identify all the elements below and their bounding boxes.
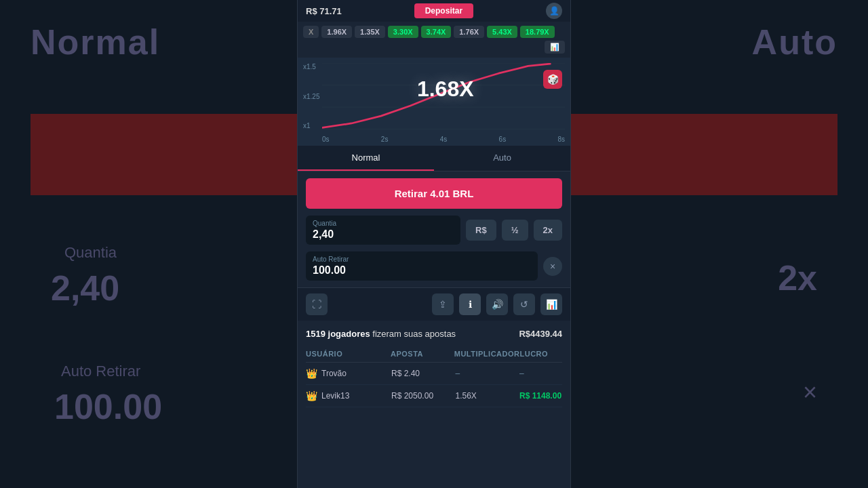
x-label-2: 2s xyxy=(381,136,389,143)
quantia-row: Quantia 2,40 R$ ½ 2x xyxy=(306,216,562,245)
stats-icon[interactable]: 📊 xyxy=(540,293,562,315)
main-panel: R$ 71.71 Depositar 👤 X 1.96X 1.35X 3.30X… xyxy=(297,0,571,488)
x-label-0: 0s xyxy=(322,136,330,143)
bg-normal-text: Normal xyxy=(31,22,160,62)
x-label-4: 4s xyxy=(440,136,448,143)
rocket-icon: 🎲 xyxy=(543,70,562,89)
auto-retirar-label: Auto Retirar xyxy=(313,256,531,263)
quantia-input-group[interactable]: Quantia 2,40 xyxy=(306,216,460,245)
quantia-value: 2,40 xyxy=(313,228,454,241)
user-cell-trovao: 👑 Trovão xyxy=(306,368,391,379)
mult-tag-4[interactable]: 1.76X xyxy=(454,26,484,38)
tab-normal[interactable]: Normal xyxy=(298,146,434,171)
chart-toggle-icon[interactable]: 📊 xyxy=(545,41,565,54)
mult-trovao: – xyxy=(456,369,520,378)
mult-tag-0[interactable]: 1.96X xyxy=(321,26,352,38)
mult-levik: 1.56X xyxy=(456,391,520,401)
toolbar: ⛶ ⇪ ℹ 🔊 ↺ 📊 xyxy=(298,287,570,321)
crown-icon: 👑 xyxy=(306,368,317,379)
header-aposta: APOSTA xyxy=(391,350,454,358)
x-label-6: 6s xyxy=(499,136,507,143)
header-lucro: LUCRO xyxy=(519,350,562,358)
bet-trovao: R$ 2.40 xyxy=(391,369,456,378)
players-header: 1519 jogadores fizeram suas apostas R$44… xyxy=(306,329,562,339)
bg-auto-label: Auto Retirar xyxy=(61,363,140,380)
auto-retirar-input-group[interactable]: Auto Retirar 100.00 xyxy=(306,251,538,281)
toolbar-center: ⇪ ℹ 🔊 ↺ 📊 xyxy=(432,293,562,315)
double-button[interactable]: 2x xyxy=(534,220,562,241)
current-multiplier: 1.68X xyxy=(417,77,474,102)
header-usuario: USUÁRIO xyxy=(306,350,391,358)
bg-auto-value: 100.00 xyxy=(54,386,162,427)
players-count-number: 1519 jogadores xyxy=(306,329,370,339)
table-row: 👑 Levik13 R$ 2050.00 1.56X R$ 1148.00 xyxy=(306,385,562,407)
y-label-1: x1.5 xyxy=(303,63,319,70)
tab-auto[interactable]: Auto xyxy=(434,146,570,171)
header-multiplicador: MULTIPLICADOR xyxy=(454,350,520,358)
mult-tag-2[interactable]: 3.30X xyxy=(388,26,418,38)
players-total: R$4439.44 xyxy=(519,329,562,339)
mult-tag-3[interactable]: 3.74X xyxy=(421,26,452,38)
multiplier-bar: X 1.96X 1.35X 3.30X 3.74X 1.76X 5.43X 18… xyxy=(298,22,570,58)
y-label-3: x1 xyxy=(303,122,319,129)
y-label-2: x1.25 xyxy=(303,93,319,100)
players-count-suffix: fizeram suas apostas xyxy=(372,329,456,339)
half-button[interactable]: ½ xyxy=(502,220,528,241)
bg-quantia-value: 2,40 xyxy=(51,268,119,308)
avatar: 👤 xyxy=(546,3,562,19)
mult-tag-6[interactable]: 18.79X xyxy=(520,26,555,38)
mult-tag-x[interactable]: X xyxy=(303,26,319,38)
info-icon[interactable]: ℹ xyxy=(459,293,481,315)
user-name-levik: Levik13 xyxy=(321,391,349,401)
quantia-label: Quantia xyxy=(313,220,454,227)
user-cell-levik: 👑 Levik13 xyxy=(306,390,391,401)
bg-quantia-label: Quantia xyxy=(64,244,117,262)
table-header: USUÁRIO APOSTA MULTIPLICADOR LUCRO xyxy=(306,346,562,363)
bg-x-icon: × xyxy=(803,378,817,407)
bg-auto-text: Auto xyxy=(752,22,837,62)
history-icon[interactable]: ↺ xyxy=(513,293,535,315)
sound-icon[interactable]: 🔊 xyxy=(486,293,508,315)
mode-tabs: Normal Auto xyxy=(298,146,570,171)
bet-levik: R$ 2050.00 xyxy=(391,391,456,401)
mult-tag-1[interactable]: 1.35X xyxy=(355,26,385,38)
background-right xyxy=(570,0,868,488)
close-auto-button[interactable]: × xyxy=(543,257,562,276)
chart-x-labels: 0s 2s 4s 6s 8s xyxy=(322,136,565,143)
table-row: 👑 Trovão R$ 2.40 – – xyxy=(306,363,562,385)
profit-trovao: – xyxy=(519,369,562,378)
header: R$ 71.71 Depositar 👤 xyxy=(298,0,570,22)
chart-y-labels: x1.5 x1.25 x1 xyxy=(303,63,319,129)
players-count: 1519 jogadores fizeram suas apostas xyxy=(306,329,456,339)
auto-retirar-value: 100.00 xyxy=(313,264,531,277)
user-name-trovao: Trovão xyxy=(321,369,347,378)
withdraw-button[interactable]: Retirar 4.01 BRL xyxy=(306,178,562,209)
form-area: Quantia 2,40 R$ ½ 2x Auto Retirar 100.00… xyxy=(298,216,570,281)
deposit-button[interactable]: Depositar xyxy=(414,3,473,18)
chart-area: x1.5 x1.25 x1 0s 2s 4s 6s 8s 1.68X 🎲 xyxy=(298,58,570,146)
auto-retirar-row: Auto Retirar 100.00 × xyxy=(306,251,562,281)
balance-display: R$ 71.71 xyxy=(306,6,342,16)
bg-2x-value: 2x xyxy=(778,258,817,298)
profit-levik: R$ 1148.00 xyxy=(519,391,562,401)
share-icon[interactable]: ⇪ xyxy=(432,293,454,315)
players-section: 1519 jogadores fizeram suas apostas R$44… xyxy=(298,321,570,415)
mult-tag-5[interactable]: 5.43X xyxy=(487,26,517,38)
x-label-8: 8s xyxy=(557,136,565,143)
rs-button[interactable]: R$ xyxy=(466,220,496,241)
expand-icon[interactable]: ⛶ xyxy=(306,293,328,315)
crown-icon: 👑 xyxy=(306,390,317,401)
